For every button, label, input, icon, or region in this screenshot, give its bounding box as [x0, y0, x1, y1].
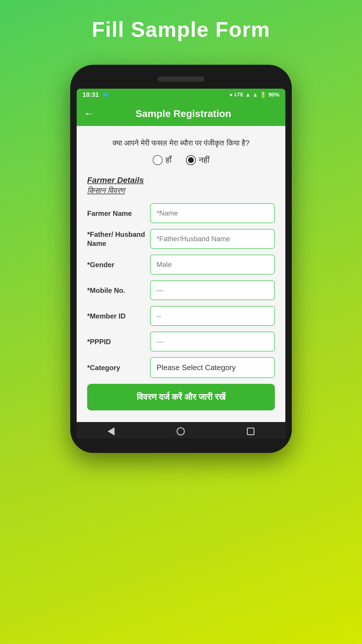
signal-bars-icon: ▲	[252, 92, 258, 98]
member-id-row: *Member ID	[87, 306, 275, 326]
battery-level: 90%	[268, 92, 280, 98]
status-left: 10:31 🐦	[82, 91, 110, 99]
category-label: *Category	[87, 363, 145, 372]
status-time: 10:31	[82, 91, 99, 99]
twitter-icon: 🐦	[102, 91, 110, 98]
section-title-english: Farmer Details	[87, 176, 275, 185]
phone-mockup: 10:31 🐦 ● LTE ▲ ▲ 🔋 90% ← Sample Registr…	[70, 65, 292, 453]
radio-yes-circle[interactable]	[153, 155, 163, 165]
father-name-input[interactable]	[150, 229, 275, 249]
submit-button[interactable]: विवरण दर्ज करें और जारी रखें	[87, 384, 275, 410]
pppid-input[interactable]	[150, 332, 275, 351]
father-name-label: *Father/ Husband Name	[87, 230, 145, 248]
radio-yes-label: हाँ	[166, 155, 171, 165]
nav-recents-button[interactable]	[247, 428, 254, 435]
status-bar: 10:31 🐦 ● LTE ▲ ▲ 🔋 90%	[77, 89, 285, 101]
nav-recents-icon	[247, 428, 254, 435]
lte-icon: LTE	[234, 92, 243, 98]
pppid-row: *PPPID	[87, 332, 275, 351]
farmer-name-row: Farmer Name	[87, 203, 275, 223]
category-row: *Category Please Select Category	[87, 357, 275, 378]
status-right: ● LTE ▲ ▲ 🔋 90%	[229, 92, 280, 98]
phone-speaker	[158, 76, 204, 82]
registration-question: क्या आपने मेरी फसल मेरा ब्यौरा पर पंजीकृ…	[87, 138, 275, 148]
back-button[interactable]: ←	[84, 107, 94, 120]
app-bar: ← Sample Registration	[77, 101, 285, 126]
farmer-name-input[interactable]	[150, 203, 275, 223]
phone-screen: 10:31 🐦 ● LTE ▲ ▲ 🔋 90% ← Sample Registr…	[77, 89, 285, 438]
gender-label: *Gender	[87, 260, 145, 269]
radio-no-label: नहीं	[199, 155, 209, 165]
radio-no-circle[interactable]	[186, 155, 196, 165]
battery-icon: 🔋	[260, 92, 267, 98]
gender-input[interactable]	[150, 255, 275, 274]
radio-no[interactable]: नहीं	[186, 155, 209, 165]
radio-group: हाँ नहीं	[87, 155, 275, 165]
member-id-input[interactable]	[150, 306, 275, 326]
mobile-label: *Mobile No.	[87, 286, 145, 295]
gender-row: *Gender	[87, 255, 275, 274]
nav-home-button[interactable]	[177, 427, 185, 435]
page-title: Fill Sample Form	[92, 18, 270, 41]
signal-icon: ●	[229, 92, 233, 98]
farmer-name-label: Farmer Name	[87, 209, 145, 218]
radio-yes[interactable]: हाँ	[153, 155, 171, 165]
phone-nav-bar	[77, 422, 285, 438]
nav-home-icon	[177, 427, 185, 435]
member-id-label: *Member ID	[87, 312, 145, 321]
mobile-input[interactable]	[150, 280, 275, 300]
category-select-button[interactable]: Please Select Category	[150, 357, 275, 378]
nav-back-button[interactable]	[108, 427, 115, 435]
section-title-hindi: किसान विवरण	[87, 186, 275, 195]
pppid-label: *PPPID	[87, 337, 145, 346]
father-name-row: *Father/ Husband Name	[87, 229, 275, 249]
mobile-row: *Mobile No.	[87, 280, 275, 300]
wifi-icon: ▲	[245, 92, 251, 98]
form-content: क्या आपने मेरी फसल मेरा ब्यौरा पर पंजीकृ…	[77, 126, 285, 422]
app-bar-title: Sample Registration	[100, 108, 267, 119]
nav-back-icon	[108, 427, 115, 435]
